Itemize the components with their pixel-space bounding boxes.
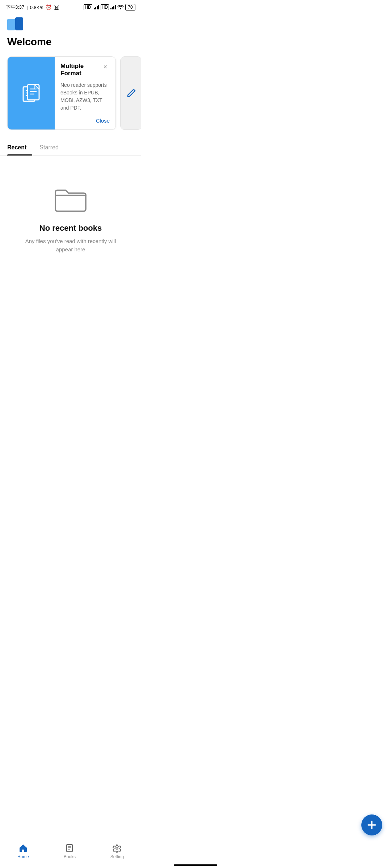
svg-rect-1 — [15, 17, 23, 30]
signal-bars-1 — [94, 5, 99, 9]
card-header: Multiple Format × — [60, 63, 110, 77]
empty-title: No recent books — [39, 224, 102, 233]
card-description: Neo reader supports eBooks in EPUB, MOBI… — [60, 81, 110, 112]
battery-icon: 70 — [125, 4, 135, 10]
card-close-button[interactable]: × — [101, 63, 110, 71]
feature-card-partial — [120, 56, 141, 130]
separator: | — [26, 5, 28, 10]
signal-bars-2 — [110, 5, 116, 9]
card-title: Multiple Format — [60, 63, 101, 77]
empty-subtitle: Any files you've read with recently will… — [24, 237, 118, 254]
tab-starred[interactable]: Starred — [39, 140, 64, 155]
time: 下午3:37 — [6, 4, 24, 10]
tabs-container: Recent Starred — [0, 140, 141, 156]
nfc-icon: N — [54, 5, 59, 10]
svg-rect-0 — [7, 19, 15, 30]
battery-container: 70 — [125, 4, 135, 10]
partial-card-content — [123, 82, 139, 105]
empty-state: No recent books Any files you've read wi… — [0, 156, 141, 268]
welcome-title: Welcome — [7, 36, 134, 48]
card-carousel: Multiple Format × Neo reader supports eB… — [0, 56, 141, 130]
status-bar: 下午3:37 | 0.8K/s ⏰ N HD HD — [0, 0, 141, 13]
app-header: Welcome — [0, 13, 141, 56]
feature-card-multiple-format: Multiple Format × Neo reader supports eB… — [7, 56, 116, 130]
hd-badge-1: HD — [84, 4, 92, 10]
tab-starred-label: Starred — [39, 144, 58, 150]
card-illustration — [8, 57, 55, 129]
battery-level: 70 — [128, 5, 133, 10]
close-x-icon: × — [104, 64, 108, 70]
status-right: HD HD 70 — [84, 4, 135, 10]
card-right: Multiple Format × Neo reader supports eB… — [55, 57, 115, 129]
status-left: 下午3:37 | 0.8K/s ⏰ N — [6, 4, 59, 10]
hd-badge-2: HD — [101, 4, 109, 10]
app-logo — [7, 17, 23, 32]
tab-recent-label: Recent — [7, 144, 26, 150]
folder-icon — [52, 184, 89, 215]
network-speed: 0.8K/s — [30, 5, 43, 10]
card-close-link[interactable]: Close — [60, 118, 110, 124]
alarm-icon: ⏰ — [46, 4, 52, 10]
tab-recent[interactable]: Recent — [7, 140, 32, 155]
wifi-icon — [117, 4, 124, 10]
